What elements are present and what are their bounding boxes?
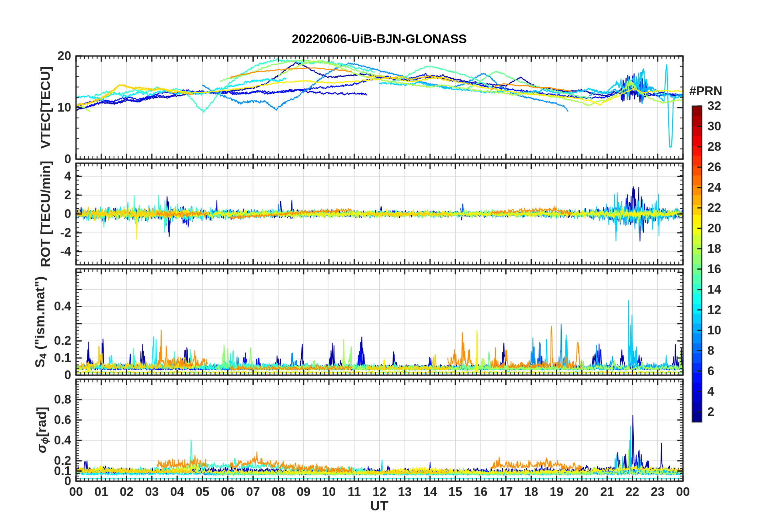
x-tick-label: 07: [246, 486, 260, 498]
y-tick-label: 10: [0, 101, 71, 114]
colorbar-tick-label: 32: [707, 100, 721, 112]
x-tick-label: 18: [525, 486, 538, 498]
x-tick-label: 19: [550, 486, 563, 498]
y-tick-label: -4: [0, 245, 71, 258]
x-tick-label: 10: [322, 486, 336, 498]
x-axis-label: UT: [370, 499, 388, 512]
x-tick-label: 00: [676, 486, 690, 498]
x-tick-label: 11: [348, 486, 361, 498]
colorbar-tick-label: 2: [707, 405, 714, 418]
y-tick-label: 0.6: [0, 414, 71, 426]
x-tick-label: 09: [297, 486, 310, 498]
y-tick-label: 0.8: [0, 393, 71, 406]
colorbar-tick-label: 14: [707, 283, 721, 296]
chart-title: 20220606-UiB-BJN-GLONASS: [292, 33, 467, 45]
y-tick-label: 0: [0, 153, 71, 165]
x-tick-label: 15: [449, 486, 462, 498]
x-tick-label: 06: [221, 486, 234, 498]
colorbar-tick-label: 24: [707, 181, 721, 194]
y-tick-label: 0.2: [0, 334, 71, 347]
x-tick-label: 03: [145, 486, 158, 498]
figure: 20220606-UiB-BJN-GLONASS VTEC[TECU] ROT …: [0, 0, 761, 532]
y-tick-label: 4: [0, 170, 71, 182]
colorbar-title: #PRN: [689, 85, 723, 97]
y-tick-label: 2: [0, 189, 71, 201]
x-tick-label: 02: [120, 486, 133, 498]
colorbar-tick-label: 20: [707, 222, 721, 234]
y-tick-label: -2: [0, 226, 71, 239]
y-tick-label: 0: [0, 208, 71, 220]
colorbar-tick-label: 22: [707, 202, 721, 214]
plot-canvas: [0, 0, 761, 532]
colorbar-tick-label: 6: [707, 364, 714, 377]
x-tick-label: 21: [600, 486, 614, 498]
y-tick-label: 0.4: [0, 300, 71, 312]
x-tick-label: 16: [474, 486, 487, 498]
colorbar-tick-label: 28: [707, 140, 721, 153]
colorbar-tick-label: 12: [707, 304, 721, 316]
x-tick-label: 04: [170, 486, 184, 498]
x-tick-label: 20: [575, 486, 589, 498]
colorbar-tick-label: 18: [707, 242, 721, 255]
colorbar-tick-label: 8: [707, 344, 714, 356]
y-tick-label: 0.2: [0, 454, 71, 467]
x-tick-label: 17: [499, 486, 513, 498]
x-tick-label: 22: [625, 486, 639, 498]
y-tick-label: 0.1: [0, 352, 71, 364]
colorbar-tick-label: 10: [707, 324, 721, 336]
x-tick-label: 23: [651, 486, 665, 498]
colorbar-tick-label: 4: [707, 385, 714, 397]
x-tick-label: 14: [423, 486, 437, 498]
x-tick-label: 13: [398, 486, 411, 498]
colorbar-tick-label: 30: [707, 120, 721, 132]
x-tick-label: 12: [372, 486, 386, 498]
x-tick-label: 01: [94, 486, 108, 498]
colorbar-tick-label: 26: [707, 161, 721, 173]
x-tick-label: 08: [271, 486, 285, 498]
x-tick-label: 05: [196, 486, 209, 498]
y-tick-label: 20: [0, 50, 71, 62]
y-tick-label: 0.4: [0, 434, 71, 446]
y-tick-label: 0: [0, 369, 71, 381]
colorbar-tick-label: 16: [707, 263, 721, 275]
